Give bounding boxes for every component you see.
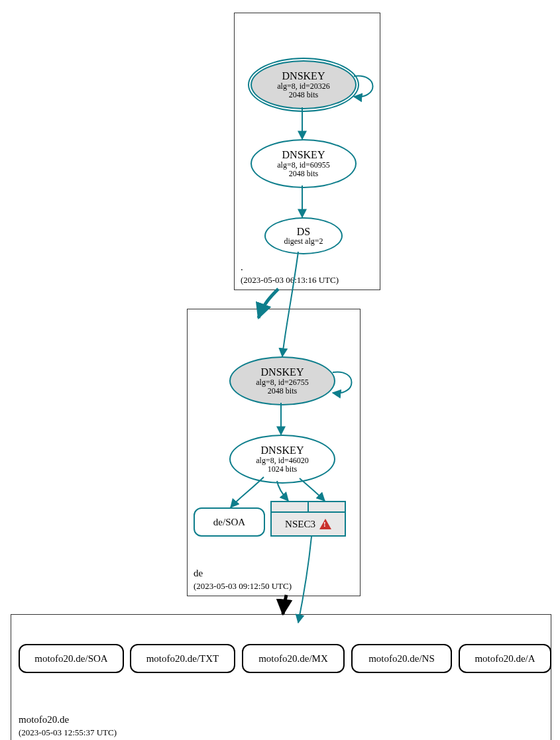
node-root-zsk: DNSKEY alg=8, id=60955 2048 bits	[251, 139, 357, 188]
rr-label: motofo20.de/NS	[368, 653, 435, 664]
node-title: DNSKEY	[282, 70, 325, 82]
leaf-rr-a: motofo20.de/A	[459, 644, 551, 673]
node-sub: 2048 bits	[289, 170, 318, 178]
zone-de-timestamp: (2023-05-03 09:12:50 UTC)	[194, 581, 292, 592]
leaf-rr-txt: motofo20.de/TXT	[130, 644, 235, 673]
node-title: DNSKEY	[282, 149, 325, 161]
node-title: DNSKEY	[261, 445, 304, 456]
zone-leaf-name: motofo20.de	[19, 714, 69, 725]
node-sub: 1024 bits	[268, 465, 297, 474]
node-de-zsk: DNSKEY alg=8, id=46020 1024 bits	[229, 435, 335, 484]
node-sub: alg=8, id=26755	[256, 378, 309, 387]
node-root-ds: DS digest alg=2	[264, 217, 343, 254]
rr-label: motofo20.de/TXT	[146, 653, 219, 664]
zone-root-timestamp: (2023-05-03 06:13:16 UTC)	[241, 275, 339, 286]
nsec3-header	[272, 502, 345, 513]
zone-root-name: .	[241, 262, 243, 273]
zone-leaf-timestamp: (2023-05-03 12:55:37 UTC)	[19, 727, 117, 738]
warning-icon	[319, 519, 331, 529]
node-root-ksk: DNSKEY alg=8, id=20326 2048 bits	[251, 60, 357, 109]
rr-label: motofo20.de/MX	[258, 653, 328, 664]
node-sub: alg=8, id=46020	[256, 456, 309, 465]
rr-label: motofo20.de/A	[475, 653, 535, 664]
node-nsec3: NSEC3	[270, 501, 346, 537]
leaf-rr-ns: motofo20.de/NS	[351, 644, 452, 673]
node-de-ksk: DNSKEY alg=8, id=26755 2048 bits	[229, 356, 335, 405]
zone-de-name: de	[194, 568, 203, 579]
node-sub: digest alg=2	[284, 237, 323, 246]
nsec3-label: NSEC3	[285, 519, 315, 530]
leaf-rr-soa: motofo20.de/SOA	[19, 644, 124, 673]
node-sub: 2048 bits	[289, 91, 318, 99]
node-title: DNSKEY	[261, 366, 304, 378]
zone-leaf	[11, 614, 551, 740]
node-sub: alg=8, id=60955	[277, 161, 330, 170]
node-de-soa: de/SOA	[194, 507, 265, 537]
node-sub: alg=8, id=20326	[277, 82, 330, 91]
rr-label: de/SOA	[213, 517, 245, 528]
node-title: DS	[297, 226, 310, 238]
leaf-rr-mx: motofo20.de/MX	[242, 644, 345, 673]
node-sub: 2048 bits	[268, 387, 297, 396]
rr-label: motofo20.de/SOA	[34, 653, 107, 664]
